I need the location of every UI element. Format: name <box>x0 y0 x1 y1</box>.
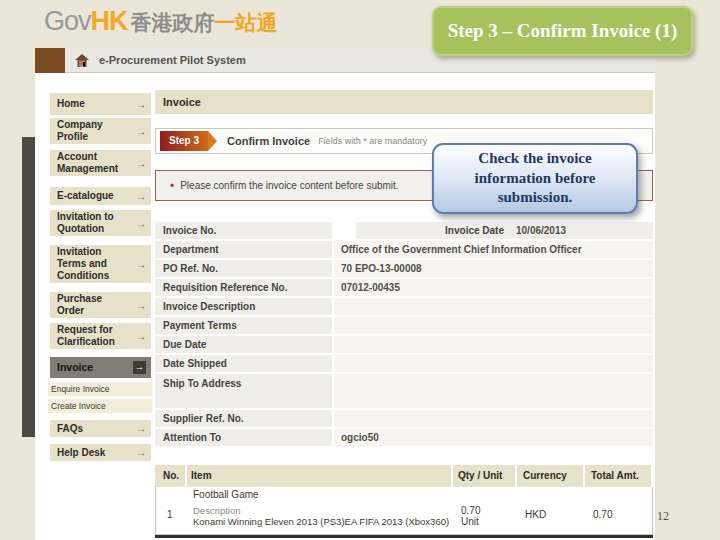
sidebar-subitem-enquire-invoice[interactable]: Enquire Invoice <box>48 382 152 396</box>
column-header: Total Amt. <box>585 465 651 487</box>
sidebar-item-label: Invitation Terms and Conditions <box>57 246 129 282</box>
step-arrow-icon <box>208 131 217 151</box>
field-value: ogcio50 <box>334 429 653 446</box>
section-title: Invoice <box>155 90 653 114</box>
step-callout: Step 3 – Confirm Invoice (1) <box>432 6 693 56</box>
logo-chinese-gray: 香港政府 <box>131 9 215 37</box>
field-value <box>334 317 653 334</box>
invoice-date-cell: Invoice Date 10/06/2013 <box>356 222 653 239</box>
sidebar-item-account-management[interactable]: Account Management → <box>50 150 151 176</box>
logo-chinese-orange: 一站通 <box>215 9 278 37</box>
home-icon[interactable] <box>75 53 89 71</box>
item-currency: HKD <box>525 509 546 520</box>
item-total: 0.70 <box>593 509 612 520</box>
sidebar-item-company-profile[interactable]: Company Profile → <box>50 118 151 144</box>
item-name: Football Game <box>193 489 259 500</box>
field-value <box>334 355 653 372</box>
column-header: Qty / Unit <box>453 465 515 487</box>
form-row-attention-to: Attention To ogcio50 <box>155 429 653 446</box>
sidebar-item-label: Invoice <box>57 361 129 374</box>
sidebar-item-invoice[interactable]: Invoice → <box>50 357 151 378</box>
field-label: Date Shipped <box>155 355 332 372</box>
arrow-icon: → <box>136 447 146 458</box>
presentation-slide: Gov HK 香港政府 一站通 Step 3 – Confirm Invoice… <box>0 0 720 540</box>
sidebar-item-label: Purchase Order <box>57 293 129 317</box>
sidebar-item-purchase-order[interactable]: Purchase Order → <box>50 292 151 318</box>
form-row-po-ref: PO Ref. No. 70 EPO-13-00008 <box>155 260 653 277</box>
step-title: Confirm Invoice <box>227 135 310 147</box>
field-value: Office of the Government Chief Informati… <box>334 241 653 258</box>
item-unit: Unit <box>461 516 479 527</box>
arrow-icon: → <box>136 158 146 169</box>
sidebar-item-label: E-catalogue <box>57 190 129 202</box>
table-bottom-border <box>155 535 653 538</box>
form-row-requisition-ref: Requisition Reference No. 07012-00435 <box>155 279 653 296</box>
form-row-department: Department Office of the Government Chie… <box>155 241 653 258</box>
form-row-payment-terms: Payment Terms <box>155 317 653 334</box>
field-label: Department <box>155 241 332 258</box>
app-window: e-Procurement Pilot System Home → Compan… <box>35 48 655 540</box>
item-description: Konami Winning Eleven 2013 (PS3)EA FIFA … <box>193 516 449 527</box>
field-value <box>334 336 653 353</box>
items-table-header: No. Item Qty / Unit Currency Total Amt. <box>155 465 653 487</box>
logo-gov: Gov <box>44 6 91 37</box>
sidebar-item-home[interactable]: Home → <box>50 93 151 115</box>
sidebar-subitem-create-invoice[interactable]: Create Invoice <box>48 399 152 413</box>
field-label: Invoice No. <box>155 222 332 239</box>
field-value: 07012-00435 <box>334 279 653 296</box>
mandatory-note: Fields with * are mandatory <box>318 136 427 146</box>
bullet-icon: • <box>170 179 174 193</box>
arrow-icon: → <box>136 300 146 311</box>
sidebar-item-e-catalogue[interactable]: E-catalogue → <box>50 187 151 205</box>
form-row-invoice-no: Invoice No. Invoice Date 10/06/2013 <box>155 222 653 239</box>
arrow-icon: → <box>133 361 146 374</box>
form-row-ship-to-address: Ship To Address <box>155 374 653 408</box>
sidebar-item-label: Invitation to Quotation <box>57 211 129 235</box>
arrow-icon: → <box>136 423 146 434</box>
field-label: PO Ref. No. <box>155 260 332 277</box>
field-label: Payment Terms <box>155 317 332 334</box>
step-badge: Step 3 <box>160 131 208 151</box>
sidebar-item-invitation-to-quotation[interactable]: Invitation to Quotation → <box>50 210 151 236</box>
column-header: Currency <box>517 465 583 487</box>
field-value <box>334 410 653 427</box>
field-value: 70 EPO-13-00008 <box>334 260 653 277</box>
field-value <box>334 298 653 315</box>
arrow-icon: → <box>136 191 146 202</box>
sidebar-item-label: FAQs <box>57 423 129 435</box>
sidebar-item-label: Request for Clarification <box>57 324 129 348</box>
form-row-due-date: Due Date <box>155 336 653 353</box>
field-label: Attention To <box>155 429 332 446</box>
field-label: Requisition Reference No. <box>155 279 332 296</box>
slide-page-number: 12 <box>657 509 669 524</box>
field-label: Invoice Date <box>356 225 504 236</box>
item-qty: 0.70 <box>461 505 480 516</box>
sidebar-item-invitation-terms[interactable]: Invitation Terms and Conditions → <box>50 245 151 283</box>
sidebar-item-label: Account Management <box>57 151 129 175</box>
item-no: 1 <box>167 509 173 520</box>
sidebar-item-label: Company Profile <box>57 119 129 143</box>
sidebar-item-request-for-clarification[interactable]: Request for Clarification → <box>50 323 151 349</box>
main-content: Invoice Step 3 Confirm Invoice Fields wi… <box>155 48 653 540</box>
sidebar-subitem-label: Create Invoice <box>51 401 106 411</box>
sidebar-item-label: Home <box>57 98 129 110</box>
arrow-icon: → <box>136 259 146 270</box>
field-label: Ship To Address <box>155 374 332 408</box>
column-header: No. <box>155 465 185 487</box>
sidebar-item-faqs[interactable]: FAQs → <box>50 420 151 437</box>
note-callout: Check the invoice information before sub… <box>432 143 638 214</box>
sidebar-item-help-desk[interactable]: Help Desk → <box>50 444 151 461</box>
field-value <box>334 374 653 408</box>
arrow-icon: → <box>136 218 146 229</box>
form-row-date-shipped: Date Shipped <box>155 355 653 372</box>
header-brown-block <box>35 48 65 73</box>
arrow-icon: → <box>136 126 146 137</box>
field-value: 10/06/2013 <box>516 225 566 236</box>
form-row-supplier-ref: Supplier Ref. No. <box>155 410 653 427</box>
form-row-invoice-description: Invoice Description <box>155 298 653 315</box>
logo-hk: HK <box>91 6 128 37</box>
sidebar-subitem-label: Enquire Invoice <box>51 384 110 394</box>
item-description-label: Description <box>193 505 241 516</box>
arrow-icon: → <box>136 331 146 342</box>
column-header: Item <box>187 465 451 487</box>
